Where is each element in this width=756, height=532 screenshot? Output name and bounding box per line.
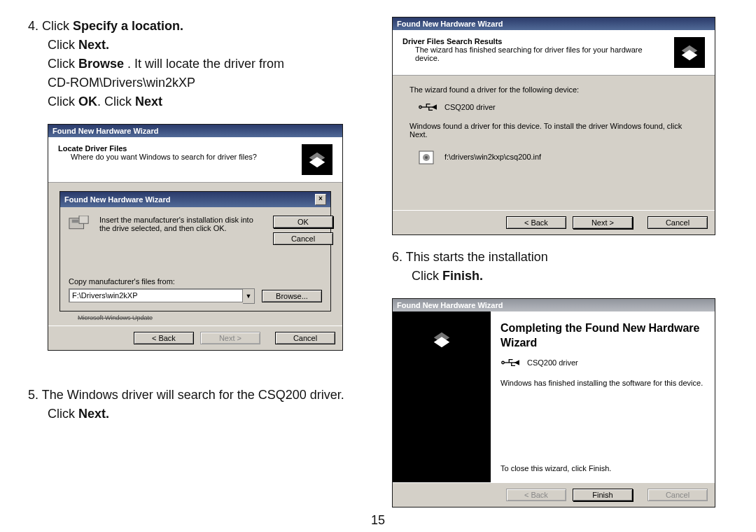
inf-path: f:\drivers\win2kxp\csq200.inf	[444, 153, 541, 161]
wizard-device-icon	[674, 37, 705, 68]
insert-disk-dialog: Found New Hardware Wizard × Insert the m…	[59, 191, 331, 312]
page-number: 15	[28, 513, 728, 528]
back-button[interactable]: < Back	[134, 332, 194, 344]
step-5-text: 5. The Windows driver will search for th…	[28, 386, 364, 424]
next-button[interactable]: Next >	[200, 332, 260, 344]
usb-icon	[418, 102, 438, 112]
path-value: F:\Drivers\win2kXP	[72, 291, 138, 300]
wizard-heading: Locate Driver Files	[58, 144, 295, 153]
cancel-button[interactable]: Cancel	[648, 216, 708, 229]
browse-button[interactable]: Browse...	[262, 290, 322, 302]
finish-button[interactable]: Finish	[573, 489, 633, 501]
wizard-subheading: The wizard has finished searching for dr…	[415, 46, 667, 62]
back-button[interactable]: < Back	[506, 216, 566, 229]
manual-page: 4. Click Specify a location. Click Next.…	[28, 17, 728, 507]
step-number: 6.	[392, 250, 402, 264]
window-title: Found New Hardware Wizard	[52, 127, 158, 135]
install-line: Windows found a driver for this device. …	[410, 122, 698, 139]
floppy-icon	[69, 216, 90, 231]
step4-dialog: Found New Hardware Wizard Locate Driver …	[48, 124, 343, 351]
device-name: CSQ200 driver	[444, 103, 496, 111]
step5-dialog: Found New Hardware Wizard Driver Files S…	[392, 17, 715, 235]
complete-heading: Completing the Found New Hardware Wizard	[500, 321, 705, 351]
dropdown-arrow-icon[interactable]: ▼	[243, 288, 255, 304]
ok-button[interactable]: OK	[273, 216, 333, 228]
wizard-header: Driver Files Search Results The wizard h…	[393, 30, 715, 76]
truncated-option: Microsoft Windows Update	[78, 314, 338, 321]
svg-point-6	[425, 156, 428, 159]
wizard-subheading: Where do you want Windows to search for …	[71, 153, 295, 161]
path-combobox[interactable]: F:\Drivers\win2kXP ▼	[69, 288, 255, 304]
svg-point-7	[502, 361, 505, 364]
finished-msg: Windows has finished installing the soft…	[500, 379, 705, 387]
svg-point-3	[419, 106, 422, 108]
titlebar: Found New Hardware Wizard	[393, 299, 715, 312]
close-msg: To close this wizard, click Finish.	[500, 464, 705, 472]
wizard-sidebar	[393, 312, 491, 482]
svg-rect-1	[72, 220, 78, 223]
titlebar: Found New Hardware Wizard ×	[60, 192, 330, 207]
button-bar: < Back Next > Cancel	[393, 210, 715, 234]
step-number: 4.	[28, 19, 38, 33]
wizard-header: Locate Driver Files Where do you want Wi…	[48, 137, 342, 183]
step-6-text: 6. This starts the installation Click Fi…	[392, 248, 728, 286]
dialog-text: Insert the manufacturer's installation d…	[99, 216, 263, 232]
found-line: The wizard found a driver for the follow…	[410, 85, 698, 94]
wizard-device-icon	[302, 144, 332, 175]
window-title: Found New Hardware Wizard	[397, 20, 503, 28]
close-icon[interactable]: ×	[315, 194, 326, 205]
step6-dialog: Found New Hardware Wizard Completing the…	[392, 298, 715, 507]
step-number: 5.	[28, 388, 38, 402]
next-button[interactable]: Next >	[573, 216, 633, 229]
usb-icon	[500, 358, 520, 368]
window-title: Found New Hardware Wizard	[64, 195, 170, 204]
cancel-button[interactable]: Cancel	[275, 332, 335, 344]
svg-rect-2	[79, 216, 88, 223]
back-button[interactable]: < Back	[506, 489, 566, 501]
wizard-device-icon	[426, 324, 457, 355]
device-name: CSQ200 driver	[527, 358, 578, 367]
cancel-button[interactable]: Cancel	[648, 489, 708, 501]
inf-file-icon	[418, 150, 438, 164]
copy-from-label: Copy manufacturer's files from:	[69, 277, 322, 286]
window-title: Found New Hardware Wizard	[397, 301, 503, 309]
button-bar: < Back Next > Cancel	[48, 326, 342, 350]
cancel-button[interactable]: Cancel	[273, 232, 333, 245]
step-4-text: 4. Click Specify a location. Click Next.…	[28, 17, 364, 111]
left-column: 4. Click Specify a location. Click Next.…	[28, 17, 364, 436]
right-column: Found New Hardware Wizard Driver Files S…	[392, 17, 728, 507]
wizard-heading: Driver Files Search Results	[402, 37, 667, 46]
titlebar: Found New Hardware Wizard	[48, 125, 342, 137]
button-bar: < Back Finish Cancel	[393, 482, 715, 507]
titlebar: Found New Hardware Wizard	[393, 18, 715, 30]
